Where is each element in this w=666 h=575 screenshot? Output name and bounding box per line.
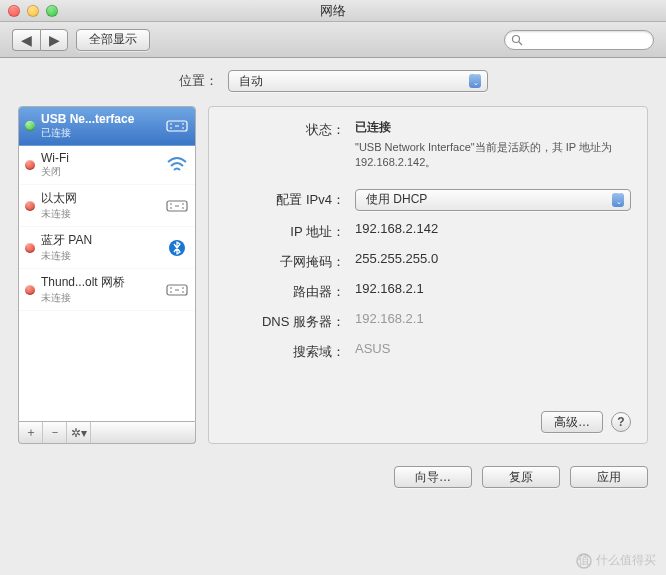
minimize-button[interactable] [27, 5, 39, 17]
status-dot-icon [25, 201, 35, 211]
apply-button[interactable]: 应用 [570, 466, 648, 488]
watermark: 值 什么值得买 [576, 552, 656, 569]
svg-point-0 [513, 35, 520, 42]
sidebar-item-ethernet[interactable]: 以太网 未连接 [19, 185, 195, 227]
svg-line-1 [519, 42, 522, 45]
add-interface-button[interactable]: ＋ [19, 422, 43, 443]
traffic-lights [8, 5, 58, 17]
interface-status: 未连接 [41, 249, 159, 263]
location-row: 位置： 自动 [18, 70, 648, 92]
status-dot-icon [25, 243, 35, 253]
status-description: "USB Network Interface"当前是活跃的，其 IP 地址为 1… [355, 140, 631, 171]
bluetooth-icon [165, 238, 189, 258]
search-domain-label: 搜索域： [225, 341, 355, 361]
router-label: 路由器： [225, 281, 355, 301]
router-value: 192.168.2.1 [355, 281, 631, 296]
search-input[interactable] [526, 34, 647, 46]
back-button[interactable]: ◀ [12, 29, 40, 51]
nav-segment: ◀ ▶ [12, 29, 68, 51]
ip-address-value: 192.168.2.142 [355, 221, 631, 236]
advanced-button[interactable]: 高级… [541, 411, 603, 433]
ethernet-icon [165, 116, 189, 136]
interface-list: USB Ne...terface 已连接 Wi-Fi 关闭 [18, 106, 196, 422]
sidebar-toolbar: ＋ － ✲▾ [18, 422, 196, 444]
interface-status: 关闭 [41, 165, 159, 179]
status-dot-icon [25, 285, 35, 295]
ethernet-icon [165, 196, 189, 216]
status-dot-icon [25, 160, 35, 170]
interface-status: 未连接 [41, 207, 159, 221]
status-dot-icon [25, 121, 35, 131]
svg-text:值: 值 [578, 553, 590, 567]
ipv4-config-value: 使用 DHCP [366, 191, 427, 208]
window-title: 网络 [0, 2, 666, 20]
location-value: 自动 [239, 73, 263, 90]
detail-pane: 状态： 已连接 "USB Network Interface"当前是活跃的，其 … [208, 106, 648, 444]
footer: 向导… 复原 应用 [0, 454, 666, 500]
svg-point-6 [577, 554, 591, 568]
interface-name: USB Ne...terface [41, 112, 159, 126]
wifi-icon [165, 155, 189, 175]
dns-label: DNS 服务器： [225, 311, 355, 331]
dns-value: 192.168.2.1 [355, 311, 631, 326]
actions-menu-button[interactable]: ✲▾ [67, 422, 91, 443]
subnet-mask-label: 子网掩码： [225, 251, 355, 271]
status-label: 状态： [225, 119, 355, 139]
location-label: 位置： [179, 72, 218, 90]
remove-interface-button[interactable]: － [43, 422, 67, 443]
interface-status: 未连接 [41, 291, 159, 305]
help-button[interactable]: ? [611, 412, 631, 432]
titlebar: 网络 [0, 0, 666, 22]
toolbar: ◀ ▶ 全部显示 [0, 22, 666, 58]
forward-button[interactable]: ▶ [40, 29, 68, 51]
interface-name: 蓝牙 PAN [41, 232, 159, 249]
zoom-button[interactable] [46, 5, 58, 17]
ipv4-config-select[interactable]: 使用 DHCP [355, 189, 631, 211]
sidebar-item-wifi[interactable]: Wi-Fi 关闭 [19, 146, 195, 185]
interface-name: Thund...olt 网桥 [41, 274, 159, 291]
watermark-icon: 值 [576, 553, 592, 569]
subnet-mask-value: 255.255.255.0 [355, 251, 631, 266]
search-icon [511, 34, 523, 46]
interface-status: 已连接 [41, 126, 159, 140]
status-value: 已连接 [355, 119, 631, 136]
ipv4-config-label: 配置 IPv4： [225, 189, 355, 209]
show-all-button[interactable]: 全部显示 [76, 29, 150, 51]
interface-name: 以太网 [41, 190, 159, 207]
revert-button[interactable]: 复原 [482, 466, 560, 488]
interface-name: Wi-Fi [41, 151, 159, 165]
ethernet-icon [165, 280, 189, 300]
sidebar-item-usb[interactable]: USB Ne...terface 已连接 [19, 107, 195, 146]
location-select[interactable]: 自动 [228, 70, 488, 92]
sidebar-item-thunderbolt[interactable]: Thund...olt 网桥 未连接 [19, 269, 195, 311]
assist-button[interactable]: 向导… [394, 466, 472, 488]
search-domain-value: ASUS [355, 341, 631, 356]
ip-address-label: IP 地址： [225, 221, 355, 241]
close-button[interactable] [8, 5, 20, 17]
sidebar-item-bluetooth[interactable]: 蓝牙 PAN 未连接 [19, 227, 195, 269]
search-field[interactable] [504, 30, 654, 50]
